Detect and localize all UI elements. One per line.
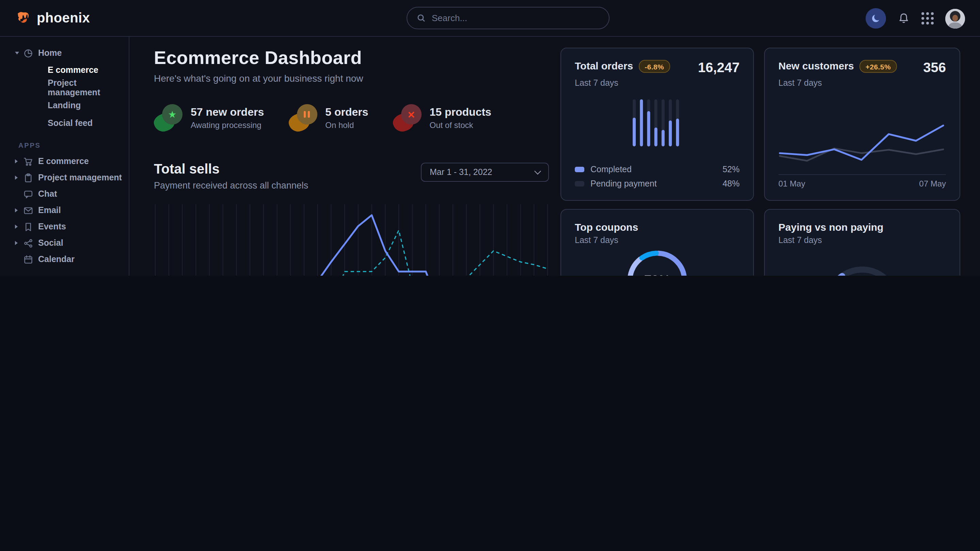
- x-label-end: 07 May: [919, 179, 946, 189]
- shopping-cart-icon: [23, 156, 38, 167]
- caret-right-icon: [15, 241, 23, 245]
- card-period: Last 7 days: [778, 78, 946, 88]
- stat-sublabel: Out of stock: [430, 120, 492, 130]
- kpi-cards: Total orders -6.8% 16,247 Last 7 days Co…: [560, 48, 960, 276]
- new-customers-chart: [778, 110, 946, 173]
- sidebar-item-project-management[interactable]: Project management: [0, 170, 129, 186]
- x-icon: [393, 104, 422, 131]
- global-search[interactable]: [407, 7, 609, 29]
- sidebar-item-e-commerce[interactable]: E commerce: [0, 61, 129, 79]
- apps-menu-button[interactable]: [921, 12, 934, 24]
- sidebar-item-calendar[interactable]: Calendar: [0, 251, 129, 267]
- main-content: Ecommerce Dashboard Here's what's going …: [129, 37, 980, 276]
- notifications-button[interactable]: [897, 12, 910, 24]
- card-period: Last 7 days: [575, 78, 740, 88]
- legend-item: Pending payment48%: [575, 179, 740, 189]
- card-title: Total orders: [575, 60, 633, 71]
- stat-sublabel: On hold: [325, 120, 368, 130]
- chat-icon: [23, 189, 38, 199]
- sidebar-item-social[interactable]: Social: [0, 235, 129, 251]
- page-subtitle: Here's what's going on at your business …: [154, 73, 549, 84]
- donut-center-value: 72%: [644, 273, 670, 276]
- calendar-icon: [23, 254, 38, 264]
- delta-badge: +26.5%: [859, 60, 897, 73]
- brand-logo[interactable]: phoenix: [15, 10, 90, 26]
- caret-right-icon: [15, 176, 23, 180]
- total-sells-chart: 01 May 15 May 30 May: [154, 200, 549, 276]
- legend-item: Completed52%: [575, 165, 740, 174]
- total-sells-title: Total sells: [154, 161, 308, 177]
- sidebar-item-social-feed[interactable]: Social feed: [0, 114, 129, 132]
- top-coupons-card: Top coupons Last 7 days 72% Percentage d…: [560, 209, 754, 276]
- page-title: Ecommerce Dashboard: [154, 48, 549, 69]
- stat-sublabel: Awating processing: [191, 120, 264, 130]
- date-range-select[interactable]: Mar 1 - 31, 2022: [421, 163, 549, 182]
- caret-right-icon: [15, 208, 23, 212]
- sidebar: Home E commerce Project management Landi…: [0, 37, 129, 276]
- theme-toggle-button[interactable]: [865, 8, 886, 29]
- global-search-input[interactable]: [432, 13, 599, 23]
- dashboard-hero: Ecommerce Dashboard Here's what's going …: [129, 37, 980, 276]
- card-title: Paying vs non paying: [778, 221, 883, 233]
- moon-icon: [870, 13, 881, 24]
- top-navbar: phoenix: [0, 0, 980, 37]
- caret-right-icon: [15, 159, 23, 164]
- app-window: phoenix: [0, 0, 980, 276]
- stat-headline: 5 orders: [325, 106, 368, 118]
- email-icon: [23, 205, 38, 216]
- stat-headline: 15 products: [430, 106, 492, 118]
- pie-chart-icon: [23, 48, 38, 58]
- delta-badge: -6.8%: [638, 60, 670, 73]
- sidebar-section-label: APPS: [0, 141, 129, 149]
- sidebar-item-chat[interactable]: Chat: [0, 186, 129, 202]
- navbar-actions: [865, 0, 965, 37]
- card-title: New customers: [778, 60, 854, 71]
- nine-dots-grid-icon: [921, 12, 934, 24]
- clipboard-icon: [23, 173, 38, 183]
- new-orders-stat: ★ 57 new orders Awating processing: [154, 104, 264, 131]
- bell-icon: [897, 12, 910, 24]
- bookmark-icon: [23, 222, 38, 232]
- sidebar-item-home[interactable]: Home: [0, 45, 129, 61]
- caret-down-icon: [15, 52, 23, 54]
- paying-gauge-chart: [778, 263, 946, 276]
- sidebar-item-landing[interactable]: Landing: [0, 97, 129, 114]
- orders-bar-chart: [575, 97, 740, 148]
- order-stats: ★ 57 new orders Awating processing 5 ord…: [154, 104, 549, 131]
- x-label-start: 01 May: [778, 179, 805, 189]
- orders-legend: Completed52% Pending payment48%: [575, 160, 740, 189]
- card-value: 356: [923, 60, 946, 76]
- card-period: Last 7 days: [575, 235, 740, 245]
- phoenix-flame-icon: [15, 10, 31, 26]
- card-period: Last 7 days: [778, 235, 946, 245]
- paying-vs-nonpaying-card: Paying vs non paying Last 7 days Paying …: [764, 209, 960, 276]
- sidebar-item-e-commerce[interactable]: E commerce: [0, 153, 129, 170]
- profile-avatar[interactable]: [945, 8, 965, 28]
- stat-headline: 57 new orders: [191, 106, 264, 118]
- out-of-stock-stat: 15 products Out of stock: [393, 104, 492, 131]
- on-hold-stat: 5 orders On hold: [288, 104, 368, 131]
- total-orders-card: Total orders -6.8% 16,247 Last 7 days Co…: [560, 48, 754, 201]
- sidebar-item-email[interactable]: Email: [0, 202, 129, 219]
- logo-text: phoenix: [37, 10, 90, 26]
- card-value: 16,247: [698, 60, 740, 76]
- sidebar-item-events[interactable]: Events: [0, 219, 129, 235]
- chevron-down-icon: [534, 167, 541, 174]
- pause-icon: [288, 104, 317, 131]
- caret-right-icon: [15, 225, 23, 229]
- total-sells-subtitle: Payment received across all channels: [154, 180, 308, 191]
- share-icon: [23, 238, 38, 248]
- star-icon: ★: [154, 104, 183, 131]
- new-customers-card: New customers +26.5% 356 Last 7 days 01 …: [764, 48, 960, 201]
- sidebar-item-project-management[interactable]: Project management: [0, 79, 129, 97]
- coupons-donut-chart: 72%: [575, 248, 740, 276]
- card-title: Top coupons: [575, 221, 638, 233]
- search-icon: [417, 14, 426, 22]
- date-range-value: Mar 1 - 31, 2022: [430, 167, 492, 177]
